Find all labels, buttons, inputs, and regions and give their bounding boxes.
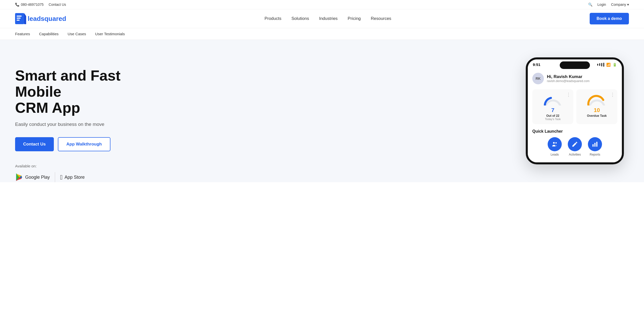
app-store-label: App Store [65, 175, 85, 180]
nav-solutions[interactable]: Solutions [291, 16, 309, 21]
svg-rect-10 [596, 142, 597, 147]
search-icon[interactable]: 🔍 [588, 3, 592, 7]
overdue-label: Overdue Task [587, 114, 607, 118]
reports-icon-circle [588, 137, 602, 151]
battery-icon: 🔋 [613, 63, 617, 67]
launcher-leads[interactable]: Leads [548, 137, 562, 156]
available-on-label: Available on: [15, 164, 146, 168]
phone-notch [560, 61, 590, 69]
svg-rect-4 [17, 20, 20, 21]
reports-label: Reports [590, 153, 600, 156]
hero-right: 9:51 📶 🔋 RK [526, 57, 629, 164]
launcher-reports[interactable]: Reports [588, 137, 602, 156]
svg-point-7 [555, 142, 557, 143]
overdue-gauge [587, 93, 607, 105]
leads-icon-circle [548, 137, 562, 151]
nav-links: Products Solutions Industries Pricing Re… [264, 16, 391, 21]
phone-mockup: 9:51 📶 🔋 RK [526, 57, 624, 164]
reports-icon [592, 141, 598, 148]
task-gauge [543, 93, 563, 105]
launcher-activities[interactable]: Activities [568, 137, 582, 156]
company-dropdown[interactable]: Company ▾ [611, 3, 629, 7]
hero-section: Smart and Fast Mobile CRM App Easily con… [0, 40, 644, 182]
app-store-badge[interactable]:  App Store [60, 173, 85, 181]
svg-rect-2 [17, 16, 22, 17]
google-play-label: Google Play [25, 175, 50, 180]
phone-time: 9:51 [533, 62, 540, 67]
nav-pricing[interactable]: Pricing [348, 16, 361, 21]
leads-icon [551, 141, 558, 148]
quick-launcher-title: Quick Launcher [532, 129, 617, 134]
phone-signal: 📶 🔋 [597, 63, 617, 67]
subnav-features[interactable]: Features [15, 32, 30, 36]
subnav-capabilities[interactable]: Capabilities [39, 32, 59, 36]
apple-icon:  [60, 173, 63, 181]
main-nav: leadsquared Products Solutions Industrie… [0, 9, 644, 28]
svg-rect-3 [17, 18, 21, 19]
task-count: 7 [551, 107, 554, 114]
svg-point-6 [553, 142, 555, 144]
app-walkthrough-button[interactable]: App Walkthrough [58, 137, 110, 151]
book-demo-button[interactable]: Book a demo [590, 13, 629, 24]
hero-subtitle: Easily conduct your business on the move [15, 122, 146, 127]
topbar-contact-link[interactable]: Contact Us [49, 3, 66, 7]
top-bar: 📞 080-46971075 Contact Us 🔍 Login Compan… [0, 0, 644, 9]
logo-icon [15, 13, 26, 24]
signal-bar-4 [603, 63, 604, 67]
avatar: RK [532, 73, 544, 84]
nav-resources[interactable]: Resources [371, 16, 391, 21]
svg-marker-1 [24, 13, 26, 24]
phone-status-bar: 9:51 📶 🔋 [528, 59, 622, 69]
subnav-user-testimonials[interactable]: User Testimonials [95, 32, 125, 36]
topbar-left: 📞 080-46971075 Contact Us [15, 3, 66, 7]
google-play-badge[interactable]: Google Play [15, 173, 50, 181]
logo[interactable]: leadsquared [15, 13, 66, 24]
svg-rect-9 [594, 143, 595, 147]
leads-label: Leads [551, 153, 559, 156]
task-gauge-svg [543, 93, 563, 105]
hero-title: Smart and Fast Mobile CRM App [15, 67, 146, 116]
card-menu-icon-2[interactable]: ⋮ [610, 92, 615, 97]
wifi-icon: 📶 [606, 63, 611, 67]
launcher-icons: Leads Activities [532, 137, 617, 156]
nav-industries[interactable]: Industries [319, 16, 338, 21]
overdue-gauge-svg [587, 93, 607, 105]
card-menu-icon-1[interactable]: ⋮ [566, 92, 571, 97]
hero-buttons: Contact Us App Walkthrough [15, 137, 146, 151]
activities-icon-circle [568, 137, 582, 151]
nav-right: Book a demo [590, 13, 629, 24]
signal-bar-3 [601, 63, 602, 66]
task-sublabel: Today's Task [545, 118, 560, 121]
sub-nav: Features Capabilities Use Cases User Tes… [0, 28, 644, 40]
subnav-use-cases[interactable]: Use Cases [68, 32, 86, 36]
todays-task-card: ⋮ 7 Out of 22 Today's Task [532, 89, 573, 124]
store-badges: Google Play  App Store [15, 172, 146, 182]
overdue-count: 10 [594, 107, 600, 114]
svg-rect-8 [592, 144, 593, 147]
hero-left: Smart and Fast Mobile CRM App Easily con… [15, 57, 146, 182]
login-link[interactable]: Login [597, 3, 606, 7]
signal-bar-2 [599, 63, 600, 66]
topbar-right: 🔍 Login Company ▾ [588, 3, 629, 7]
phone-content: RK Hi, Ravish Kumar ravish.demo@leadsqua… [528, 69, 622, 162]
nav-products[interactable]: Products [264, 16, 281, 21]
phone-number: 📞 080-46971075 [15, 3, 44, 7]
badge-divider [55, 172, 55, 182]
quick-launcher: Quick Launcher [532, 129, 617, 156]
greeting-text: Hi, Ravish Kumar ravish.demo@leadsquared… [547, 74, 590, 83]
task-cards: ⋮ 7 Out of 22 Today's Task [532, 89, 617, 124]
activities-label: Activities [569, 153, 581, 156]
signal-bar-1 [597, 64, 598, 66]
user-greeting: RK Hi, Ravish Kumar ravish.demo@leadsqua… [532, 73, 617, 84]
google-play-icon [15, 173, 23, 181]
overdue-task-card: ⋮ 10 Overdue Task [576, 89, 617, 124]
phone-icon: 📞 [15, 3, 19, 7]
contact-us-button[interactable]: Contact Us [15, 137, 54, 151]
activities-icon [572, 141, 578, 148]
chevron-down-icon: ▾ [627, 3, 629, 7]
task-out-of: Out of 22 [546, 114, 559, 118]
